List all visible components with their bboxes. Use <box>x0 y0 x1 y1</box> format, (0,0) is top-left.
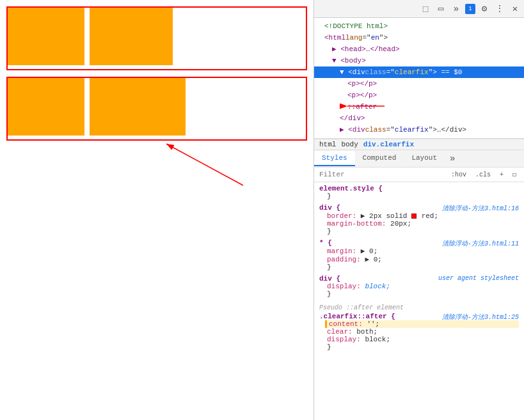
breadcrumb: html body div.clearfix <box>314 139 524 150</box>
rule-div-border: div { 清除浮动-方法3.html:16 border: ▶ 2px sol… <box>314 204 524 235</box>
tab-more-icon[interactable]: » <box>445 150 460 167</box>
rule-star: * { 清除浮动-方法3.html:11 margin: ▶ 0; paddin… <box>314 239 524 271</box>
filter-input[interactable] <box>319 171 445 178</box>
tab-computed[interactable]: Computed <box>355 151 404 166</box>
demo-box-1 <box>6 6 307 70</box>
filter-bar: :hov .cls + ◻ <box>314 167 524 182</box>
red-swatch[interactable] <box>411 214 417 219</box>
breadcrumb-current[interactable]: div.clearfix <box>363 141 414 148</box>
close-icon[interactable]: ✕ <box>509 3 521 15</box>
devtools-panel: ⬚ ▭ » 1 ⚙ ⋮ ✕ <!DOCTYPE html> <html lang… <box>314 0 524 420</box>
dom-doctype: <!DOCTYPE html> <box>314 20 524 32</box>
float-orange-1b <box>90 8 173 65</box>
dom-div-close: </div> <box>314 113 524 124</box>
more-panels-icon[interactable]: » <box>450 3 463 15</box>
dom-p2[interactable]: <p></p> <box>314 89 524 101</box>
demo-box-2 <box>6 77 307 141</box>
float-gap-2 <box>84 78 90 136</box>
dom-body[interactable]: ▼ <body> <box>314 55 524 66</box>
breadcrumb-html[interactable]: html <box>319 141 336 148</box>
devtools-toolbar: ⬚ ▭ » 1 ⚙ ⋮ ✕ <box>314 0 524 18</box>
dom-html[interactable]: <html lang="en"> <box>314 32 524 43</box>
dom-after-pseudo[interactable]: ::after <box>314 101 524 113</box>
dom-tree: <!DOCTYPE html> <html lang="en"> ▶ <head… <box>314 18 524 139</box>
styles-tabs: Styles Computed Layout » <box>314 150 524 167</box>
breadcrumb-body[interactable]: body <box>341 141 358 148</box>
styles-content: element.style { } div { 清除浮动-方法3.html:16… <box>314 182 524 420</box>
rule-div-ua: div { user agent stylesheet display: blo… <box>314 275 524 298</box>
doctype-text: <!DOCTYPE html> <box>324 20 388 32</box>
settings-icon[interactable]: ⚙ <box>478 3 491 15</box>
cls-button[interactable]: .cls <box>473 170 493 180</box>
dom-head[interactable]: ▶ <head>…</head> <box>314 43 524 55</box>
pseudo-label: Pseudo ::after element <box>314 302 524 313</box>
expand-button[interactable]: ◻ <box>510 169 519 180</box>
console-badge[interactable]: 1 <box>465 4 475 14</box>
tab-layout[interactable]: Layout <box>404 151 445 166</box>
float-gap-1 <box>84 8 90 65</box>
box-icon[interactable]: ▭ <box>434 3 447 15</box>
rule-element-style: element.style { } <box>314 185 524 200</box>
tab-styles[interactable]: Styles <box>314 151 355 166</box>
rule-clearfix-after: .clearfix::after { 清除浮动-方法3.html:25 cont… <box>314 313 524 351</box>
float-orange-1a <box>8 8 84 65</box>
svg-line-1 <box>166 144 243 185</box>
preview-panel <box>0 0 314 420</box>
dom-p1[interactable]: <p></p> <box>314 78 524 89</box>
float-orange-2a <box>8 78 84 136</box>
menu-icon[interactable]: ⋮ <box>493 3 506 15</box>
dom-clearfix-div2[interactable]: ▶ <div class="clearfix">…</div> <box>314 124 524 136</box>
hov-button[interactable]: :hov <box>449 170 469 180</box>
cursor-icon[interactable]: ⬚ <box>419 3 432 15</box>
float-orange-2b <box>90 78 186 136</box>
add-style-button[interactable]: + <box>497 170 506 180</box>
dom-clearfix-div[interactable]: ▼ <div class="clearfix"> == $0 <box>314 66 524 78</box>
